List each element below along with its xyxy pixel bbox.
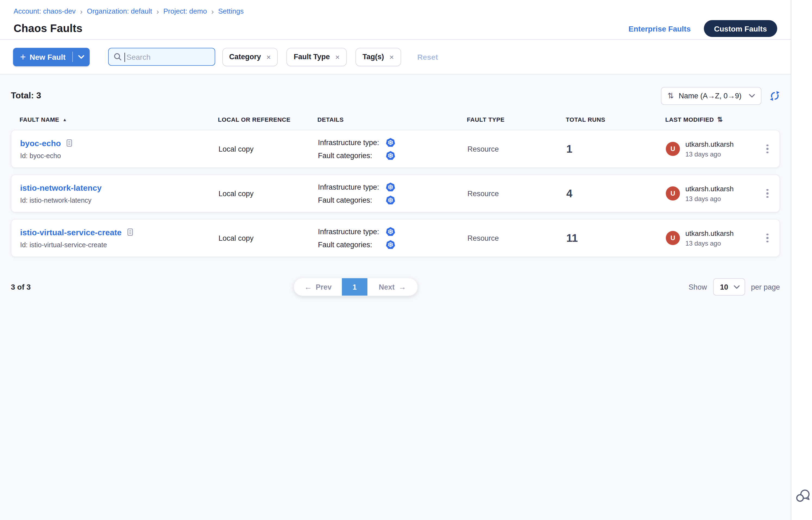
filter-chip-fault-type[interactable]: Fault Type ×	[287, 48, 347, 66]
kubernetes-icon[interactable]	[386, 196, 467, 205]
fault-name-link[interactable]: istio-virtual-service-create	[20, 227, 122, 237]
row-menu-cell	[756, 187, 779, 200]
kebab-menu-icon[interactable]	[764, 187, 771, 200]
local-or-reference-value: Local copy	[219, 189, 318, 198]
title-row: Chaos Faults Enterprise Faults Custom Fa…	[14, 20, 777, 37]
search-field[interactable]	[126, 52, 210, 61]
breadcrumb-organization-link[interactable]: Organization: default	[87, 7, 152, 15]
column-details: DETAILS	[318, 116, 467, 123]
kebab-menu-icon[interactable]	[764, 142, 771, 156]
filter-chip-label: Tag(s)	[362, 53, 384, 61]
breadcrumb-settings-link[interactable]: Settings	[218, 7, 244, 15]
column-label: FAULT TYPE	[467, 116, 505, 123]
close-icon[interactable]: ×	[389, 53, 394, 60]
custom-faults-button[interactable]: Custom Faults	[704, 20, 777, 37]
close-icon[interactable]: ×	[335, 53, 340, 60]
column-last-modified[interactable]: LAST MODIFIED ⇅	[665, 116, 756, 123]
column-fault-name[interactable]: FAULT NAME ▲	[20, 116, 218, 123]
modified-time: 13 days ago	[685, 239, 734, 247]
table-row: istio-virtual-service-create Id: istio-v…	[11, 219, 780, 257]
fault-id: Id: istio-virtual-service-create	[20, 241, 219, 249]
chat-bubbles-icon[interactable]	[796, 489, 812, 505]
arrow-right-icon: →	[398, 283, 406, 291]
close-icon[interactable]: ×	[266, 53, 271, 60]
filter-chip-category[interactable]: Category ×	[222, 48, 278, 66]
chevron-down-icon	[733, 285, 739, 289]
fault-categories-label: Fault categories:	[318, 196, 379, 204]
chevron-down-icon[interactable]	[78, 55, 84, 59]
column-label: FAULT NAME	[20, 116, 59, 123]
fault-type-value: Resource	[467, 189, 566, 198]
fault-type-value: Resource	[467, 145, 566, 153]
content-area: Total: 3 ⇅ Name (A→Z, 0→9)	[0, 74, 791, 520]
local-or-reference-value: Local copy	[219, 145, 318, 153]
pagination-footer: 3 of 3 ← Prev 1 Next → Show 10	[11, 278, 780, 296]
total-count: Total: 3	[11, 91, 41, 101]
breadcrumb-separator: ›	[80, 7, 82, 15]
details-cell: Infrastructure type: Fault categories:	[318, 182, 467, 205]
fault-name-cell: istio-network-latency Id: istio-network-…	[20, 183, 219, 204]
page-size-control: Show 10 per page	[689, 278, 780, 295]
table-row: byoc-echo Id: byoc-echo Local copy Infra…	[11, 130, 780, 168]
fault-categories-label: Fault categories:	[318, 151, 379, 159]
header-actions: Enterprise Faults Custom Faults	[629, 20, 777, 37]
fault-name-cell: istio-virtual-service-create Id: istio-v…	[20, 227, 219, 249]
plus-icon: +	[20, 52, 26, 62]
fault-name-link[interactable]: byoc-echo	[20, 138, 61, 148]
new-fault-button[interactable]: + New Fault	[13, 48, 90, 66]
kubernetes-icon[interactable]	[386, 182, 467, 191]
current-page-button[interactable]: 1	[342, 278, 367, 295]
breadcrumb-separator: ›	[156, 7, 159, 15]
text-cursor	[124, 53, 125, 62]
reset-button[interactable]: Reset	[417, 52, 438, 61]
column-label: LOCAL OR REFERENCE	[218, 116, 290, 123]
filter-chip-label: Fault Type	[294, 53, 330, 61]
sort-updown-icon: ⇅	[717, 116, 723, 123]
breadcrumb-account-link[interactable]: Account: chaos-dev	[14, 7, 76, 15]
kebab-menu-icon[interactable]	[764, 232, 771, 245]
per-page-label: per page	[751, 283, 780, 291]
kubernetes-icon[interactable]	[386, 240, 467, 249]
column-total-runs: TOTAL RUNS	[566, 116, 665, 123]
arrow-left-icon: ←	[304, 283, 312, 291]
avatar[interactable]: U	[666, 142, 680, 156]
next-page-button[interactable]: Next →	[367, 278, 417, 295]
kubernetes-icon[interactable]	[386, 138, 467, 147]
infrastructure-type-label: Infrastructure type:	[318, 227, 379, 236]
column-label: LAST MODIFIED	[665, 116, 714, 123]
kubernetes-icon[interactable]	[386, 227, 467, 236]
last-modified-cell: U utkarsh.utkarsh 13 days ago	[666, 229, 756, 247]
copy-icon[interactable]	[66, 139, 73, 147]
column-label: TOTAL RUNS	[566, 116, 605, 123]
filter-chip-tags[interactable]: Tag(s) ×	[355, 48, 401, 66]
fault-name-link[interactable]: istio-network-latency	[20, 183, 102, 192]
sort-dropdown[interactable]: ⇅ Name (A→Z, 0→9)	[661, 87, 761, 105]
refresh-button[interactable]	[769, 90, 780, 101]
search-input[interactable]	[108, 48, 215, 66]
details-cell: Infrastructure type: Fault categories:	[318, 138, 467, 160]
new-fault-label: New Fault	[30, 52, 66, 61]
filter-chips: Category × Fault Type × Tag(s) ×	[222, 48, 401, 66]
kubernetes-icon[interactable]	[386, 151, 467, 160]
last-modified-cell: U utkarsh.utkarsh 13 days ago	[666, 140, 756, 158]
modified-by: utkarsh.utkarsh	[685, 140, 734, 148]
avatar[interactable]: U	[666, 231, 680, 245]
table-header: FAULT NAME ▲ LOCAL OR REFERENCE DETAILS …	[11, 116, 780, 123]
filter-chip-label: Category	[229, 53, 261, 61]
page-size-select[interactable]: 10	[713, 278, 745, 295]
column-local-or-reference: LOCAL OR REFERENCE	[218, 116, 318, 123]
avatar[interactable]: U	[666, 186, 680, 201]
page-header: Account: chaos-dev › Organization: defau…	[0, 0, 791, 40]
breadcrumb-separator: ›	[211, 7, 213, 15]
prev-page-button[interactable]: ← Prev	[294, 278, 342, 295]
next-label: Next	[379, 283, 395, 291]
enterprise-faults-link[interactable]: Enterprise Faults	[629, 24, 691, 33]
modified-by: utkarsh.utkarsh	[685, 229, 734, 237]
prev-label: Prev	[316, 283, 332, 291]
chaos-faults-page: Account: chaos-dev › Organization: defau…	[0, 0, 812, 520]
fault-categories-label: Fault categories:	[318, 240, 379, 249]
total-runs-value: 4	[566, 187, 666, 200]
copy-icon[interactable]	[127, 228, 134, 236]
infrastructure-type-label: Infrastructure type:	[318, 138, 379, 147]
breadcrumb-project-link[interactable]: Project: demo	[163, 7, 207, 15]
